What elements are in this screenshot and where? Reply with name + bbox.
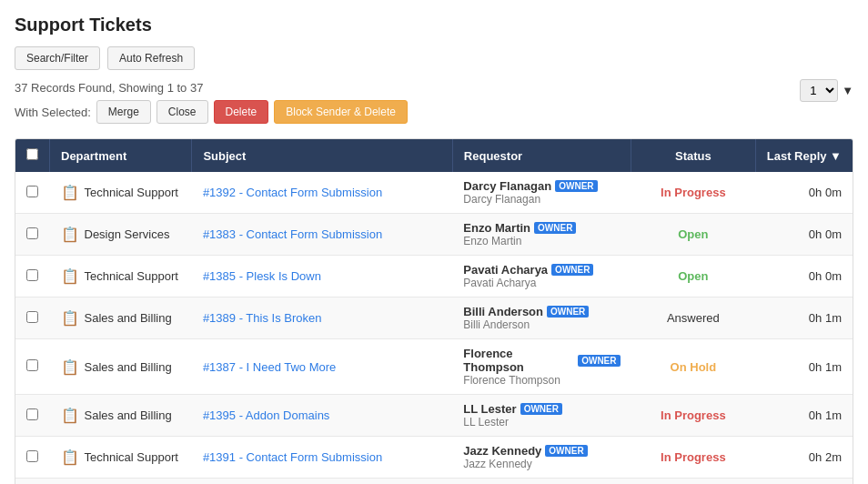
status-badge: Open <box>678 269 708 283</box>
row-checkbox[interactable] <box>26 450 38 462</box>
table-row: 📋 Technical Support #1392 - Contact Form… <box>15 172 853 214</box>
status-cell: In Progress <box>631 437 756 479</box>
last-reply-value: 0h 1m <box>809 408 842 422</box>
table-header-row: Department Subject Requestor Status Last… <box>15 139 853 172</box>
last-reply-value: 0h 2m <box>809 450 842 464</box>
requestor-sub: LL Lester <box>463 416 620 429</box>
select-all-header[interactable] <box>15 139 50 172</box>
requestor-cell: Pavati Acharya OWNER Pavati Acharya <box>452 256 631 297</box>
records-row: 37 Records Found, Showing 1 to 37 With S… <box>15 81 853 133</box>
requestor-name: Florence Thompson OWNER <box>463 347 620 374</box>
last-reply-header[interactable]: Last Reply ▼ <box>755 139 853 172</box>
pagination: 1 ▼ <box>800 79 853 102</box>
last-reply-value: 0h 0m <box>809 227 842 241</box>
search-filter-button[interactable]: Search/Filter <box>15 46 100 70</box>
requestor-sub: Jazz Kennedy <box>463 458 620 470</box>
requestor-cell: Florence Thompson OWNER Florence Thompso… <box>452 339 631 395</box>
subject-header[interactable]: Subject <box>192 139 452 172</box>
table-row: 📋 Sales and Billing #1390 - CPanel Is Do… <box>15 479 853 485</box>
requestor-cell: Enzo Martin OWNER Enzo Martin <box>452 214 631 256</box>
requestor-name: Enzo Martin OWNER <box>463 221 620 235</box>
requestor-sub: Darcy Flanagan <box>463 193 620 206</box>
row-checkbox-cell[interactable] <box>15 479 50 485</box>
select-all-checkbox[interactable] <box>26 148 38 160</box>
row-checkbox-cell[interactable] <box>15 172 50 214</box>
department-header[interactable]: Department <box>50 139 192 172</box>
row-checkbox[interactable] <box>26 186 38 197</box>
row-checkbox-cell[interactable] <box>15 297 50 339</box>
table-row: 📋 Technical Support #1385 - Plesk Is Dow… <box>15 256 853 297</box>
row-checkbox-cell[interactable] <box>15 339 50 395</box>
status-cell: Answered <box>631 297 756 339</box>
last-reply-cell: 0h 0m <box>755 256 853 297</box>
row-checkbox[interactable] <box>26 311 38 323</box>
requestor-cell: Darcy Flanagan OWNER Darcy Flanagan <box>452 172 631 214</box>
requestor-cell: LL Lester OWNER LL Lester <box>452 395 631 437</box>
subject-cell: #1395 - Addon Domains <box>192 395 452 437</box>
subject-link[interactable]: #1391 - Contact Form Submission <box>203 450 382 464</box>
department-name: Technical Support <box>85 269 178 283</box>
close-button[interactable]: Close <box>156 100 208 124</box>
status-badge: On Hold <box>671 360 717 374</box>
status-cell: On Hold <box>631 339 756 395</box>
row-checkbox-cell[interactable] <box>15 256 50 297</box>
row-checkbox-cell[interactable] <box>15 395 50 437</box>
status-badge: Open <box>678 227 708 241</box>
department-name: Technical Support <box>85 450 178 464</box>
requestor-name: LL Lester OWNER <box>463 402 620 416</box>
row-checkbox[interactable] <box>26 408 38 420</box>
dept-icon: 📋 <box>61 407 79 424</box>
auto-refresh-button[interactable]: Auto Refresh <box>107 46 195 70</box>
department-name: Technical Support <box>85 186 178 199</box>
row-checkbox-cell[interactable] <box>15 214 50 256</box>
status-cell: Open <box>631 214 756 256</box>
owner-badge: OWNER <box>534 222 576 234</box>
requestor-name: Jazz Kennedy OWNER <box>463 444 620 458</box>
department-cell: 📋 Technical Support <box>50 437 192 479</box>
status-badge: In Progress <box>661 186 726 199</box>
subject-link[interactable]: #1387 - I Need Two More <box>203 360 336 374</box>
dept-icon: 📋 <box>61 226 79 243</box>
subject-link[interactable]: #1395 - Addon Domains <box>203 408 329 422</box>
block-sender-delete-button[interactable]: Block Sender & Delete <box>274 100 408 124</box>
department-name: Design Services <box>85 227 170 241</box>
subject-link[interactable]: #1392 - Contact Form Submission <box>203 186 382 199</box>
owner-badge: OWNER <box>551 264 593 276</box>
table-row: 📋 Design Services #1383 - Contact Form S… <box>15 214 853 256</box>
last-reply-value: 0h 1m <box>809 360 842 374</box>
table-body: 📋 Technical Support #1392 - Contact Form… <box>15 172 853 484</box>
status-badge: In Progress <box>661 408 726 422</box>
merge-button[interactable]: Merge <box>96 100 151 124</box>
subject-cell: #1392 - Contact Form Submission <box>192 172 452 214</box>
subject-link[interactable]: #1383 - Contact Form Submission <box>203 227 382 241</box>
department-cell: 📋 Technical Support <box>50 256 192 297</box>
last-reply-cell: 0h 1m <box>755 339 853 395</box>
subject-cell: #1389 - This Is Broken <box>192 297 452 339</box>
requestor-sub: Billi Anderson <box>463 318 620 331</box>
requestor-name: Billi Anderson OWNER <box>463 305 620 318</box>
requestor-header[interactable]: Requestor <box>452 139 631 172</box>
subject-link[interactable]: #1389 - This Is Broken <box>203 311 322 325</box>
subject-cell: #1390 - CPanel Is Down <box>192 479 452 485</box>
department-cell: 📋 Design Services <box>50 214 192 256</box>
dept-icon: 📋 <box>61 449 79 466</box>
tickets-table-container: Department Subject Requestor Status Last… <box>15 138 853 484</box>
dept-icon: 📋 <box>61 358 79 376</box>
subject-link[interactable]: #1385 - Plesk Is Down <box>203 269 321 283</box>
owner-badge: OWNER <box>520 403 562 415</box>
delete-button[interactable]: Delete <box>214 100 269 124</box>
row-checkbox-cell[interactable] <box>15 437 50 479</box>
status-cell: Open <box>631 256 756 297</box>
toolbar: Search/Filter Auto Refresh <box>15 46 853 70</box>
last-reply-value: 0h 0m <box>809 269 842 283</box>
row-checkbox[interactable] <box>26 227 38 239</box>
department-name: Sales and Billing <box>85 311 172 325</box>
status-header[interactable]: Status <box>631 139 756 172</box>
row-checkbox[interactable] <box>26 269 38 281</box>
requestor-cell: Jazz Kennedy OWNER Jazz Kennedy <box>452 437 631 479</box>
row-checkbox[interactable] <box>26 359 38 371</box>
page-select[interactable]: 1 <box>800 79 838 102</box>
department-name: Sales and Billing <box>85 408 172 422</box>
status-cell: Customer-Reply <box>631 479 756 485</box>
last-reply-cell: 0h 2m <box>755 437 853 479</box>
